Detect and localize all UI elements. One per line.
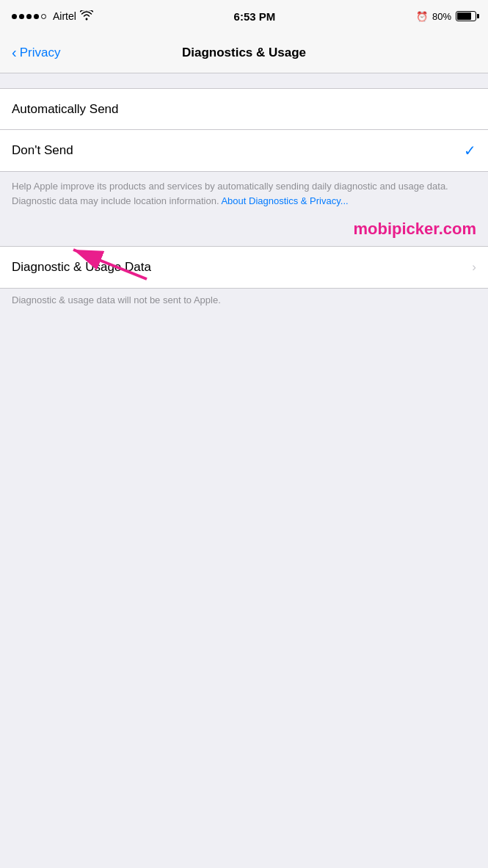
back-button[interactable]: ‹ Privacy — [12, 46, 60, 60]
back-button-label: Privacy — [20, 46, 61, 60]
diagnostics-section-container: Diagnostic & Usage Data › — [0, 246, 488, 289]
dont-send-label: Don't Send — [12, 143, 73, 158]
diagnostics-usage-data-label: Diagnostic & Usage Data — [12, 260, 151, 275]
bottom-area — [0, 317, 488, 758]
chevron-right-icon: › — [472, 260, 476, 275]
info-description: Help Apple improve its products and serv… — [12, 179, 476, 208]
info-section: Help Apple improve its products and serv… — [0, 172, 488, 217]
carrier-name: Airtel — [53, 10, 76, 22]
automatically-send-label: Automatically Send — [12, 102, 119, 117]
battery-fill — [457, 12, 471, 20]
status-right: ⏰ 80% — [416, 11, 476, 22]
signal-dot-5 — [41, 14, 46, 19]
automatically-send-row[interactable]: Automatically Send — [0, 89, 488, 130]
signal-dot-4 — [34, 14, 39, 19]
signal-dot-2 — [19, 14, 24, 19]
dont-send-row[interactable]: Don't Send ✓ — [0, 130, 488, 171]
signal-indicator — [12, 14, 46, 19]
diagnostics-section: Diagnostic & Usage Data › — [0, 246, 488, 289]
checkmark-icon: ✓ — [464, 142, 476, 159]
watermark-area: mobipicker.com — [0, 217, 488, 246]
battery-percentage: 80% — [432, 11, 451, 22]
diagnostics-usage-data-row[interactable]: Diagnostic & Usage Data › — [0, 247, 488, 288]
signal-dot-3 — [26, 14, 32, 19]
options-section: Automatically Send Don't Send ✓ — [0, 88, 488, 172]
nav-title: Diagnostics & Usage — [182, 46, 306, 60]
watermark-text: mobipicker.com — [353, 220, 476, 238]
battery-icon — [456, 11, 476, 21]
signal-dot-1 — [12, 14, 17, 19]
back-chevron-icon: ‹ — [12, 45, 17, 59]
wifi-icon — [80, 10, 93, 23]
alarm-icon: ⏰ — [416, 11, 428, 22]
diagnostics-sub-text: Diagnostic & usage data will not be sent… — [0, 289, 488, 317]
status-bar: Airtel 6:53 PM ⏰ 80% — [0, 0, 488, 32]
info-link[interactable]: About Diagnostics & Privacy... — [221, 195, 348, 206]
status-time: 6:53 PM — [234, 10, 276, 23]
info-link-text: About Diagnostics & Privacy... — [221, 195, 348, 206]
content: Automatically Send Don't Send ✓ Help App… — [0, 73, 488, 758]
status-left: Airtel — [12, 10, 93, 23]
nav-bar: ‹ Privacy Diagnostics & Usage — [0, 32, 488, 73]
